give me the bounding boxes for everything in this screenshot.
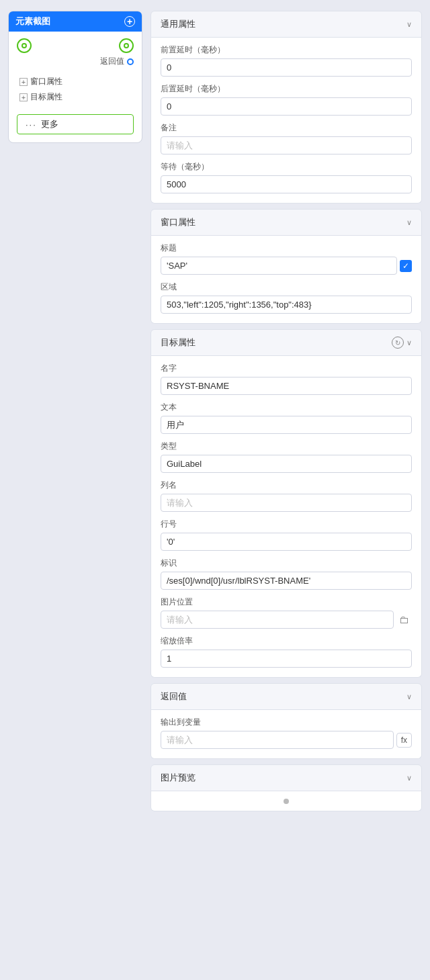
field-area-label: 区域 [161,281,412,293]
field-scale-input[interactable] [161,650,412,668]
field-name-label: 名字 [161,363,412,374]
window-section-title: 窗口属性 [161,216,196,228]
more-button-label: 更多 [41,118,58,130]
field-remark-input[interactable] [161,136,412,154]
field-remark: 备注 [161,122,412,154]
preview-content-area [150,791,422,811]
window-section-header: 窗口属性 ∨ [150,209,422,236]
field-id-label: 标识 [161,558,412,569]
field-image-path-row: 🗀 [161,611,412,629]
fx-icon[interactable]: fx [396,733,412,748]
field-output-var-label: 输出到变量 [161,717,412,728]
right-node-circle [119,38,134,53]
left-panel: 元素截图 + 返回值 + 窗口属性 + 目标属性 ··· 更多 [8,11,142,143]
more-dots-icon: ··· [26,120,37,130]
general-section: 通用属性 ∨ 前置延时（毫秒） 后置延时（毫秒） 备注 等待（毫秒） [150,11,422,204]
field-type: 类型 [161,441,412,473]
field-pre-delay-input[interactable] [161,58,412,77]
field-scale-label: 缩放倍率 [161,635,412,647]
tree-item-window[interactable]: + 窗口属性 [17,74,134,89]
field-rownum: 行号 [161,519,412,551]
return-section-body: 输出到变量 fx [150,710,422,759]
field-image-path: 图片位置 🗀 [161,596,412,629]
right-panel: 通用属性 ∨ 前置延时（毫秒） 后置延时（毫秒） 备注 等待（毫秒） [150,11,422,811]
target-section-body: 名字 文本 类型 列名 行号 [150,356,422,678]
field-rownum-input[interactable] [161,533,412,551]
field-title-input[interactable] [161,257,397,275]
field-output-var: 输出到变量 fx [161,717,412,749]
return-section-header: 返回值 ∨ [150,683,422,710]
return-dot [127,58,134,65]
left-node-inner [22,43,27,48]
field-pre-delay-label: 前置延时（毫秒） [161,44,412,56]
field-name-input[interactable] [161,377,412,395]
field-title-label: 标题 [161,242,412,254]
field-pre-delay: 前置延时（毫秒） [161,44,412,77]
preview-section: 图片预览 ∨ [150,764,422,811]
tree-item-target[interactable]: + 目标属性 [17,89,134,105]
field-type-label: 类型 [161,441,412,452]
right-node-inner [124,43,129,48]
preview-dot [284,799,289,804]
field-id-input[interactable] [161,572,412,590]
general-section-header: 通用属性 ∨ [150,11,422,38]
field-wait-input[interactable] [161,175,412,193]
return-section-title: 返回值 [161,691,187,703]
field-post-delay-label: 后置延时（毫秒） [161,83,412,95]
field-text: 文本 [161,402,412,434]
add-icon[interactable]: + [124,16,135,27]
field-post-delay: 后置延时（毫秒） [161,83,412,116]
return-section: 返回值 ∨ 输出到变量 fx [150,683,422,759]
target-section-header: 目标属性 ↻ ∨ [150,329,422,356]
window-chevron-icon[interactable]: ∨ [406,218,412,227]
general-section-title: 通用属性 [161,18,196,30]
field-remark-label: 备注 [161,122,412,134]
field-colname: 列名 [161,480,412,512]
field-rownum-label: 行号 [161,519,412,530]
field-scale: 缩放倍率 [161,635,412,668]
expand-window-icon[interactable]: + [19,78,28,86]
field-post-delay-input[interactable] [161,97,412,116]
target-section: 目标属性 ↻ ∨ 名字 文本 类型 [150,329,422,678]
return-label: 返回值 [100,56,124,67]
field-output-var-row: fx [161,731,412,749]
field-type-input[interactable] [161,455,412,473]
panel-title-text: 元素截图 [15,15,50,28]
panel-title-bar: 元素截图 + [9,11,142,32]
node-row [17,38,134,53]
field-output-var-input[interactable] [161,731,394,749]
field-image-path-input[interactable] [161,611,394,629]
refresh-icon[interactable]: ↻ [392,337,404,349]
general-chevron-icon[interactable]: ∨ [406,20,412,29]
field-name: 名字 [161,363,412,395]
tree-item-window-label: 窗口属性 [30,76,62,87]
field-area-input[interactable] [161,296,412,314]
field-colname-input[interactable] [161,494,412,512]
return-chevron-icon[interactable]: ∨ [406,693,412,701]
target-chevron-icon[interactable]: ∨ [406,339,412,347]
tree-item-target-label: 目标属性 [30,91,62,103]
expand-target-icon[interactable]: + [19,93,28,101]
general-section-body: 前置延时（毫秒） 后置延时（毫秒） 备注 等待（毫秒） [150,38,422,204]
field-title: 标题 [161,242,412,275]
target-section-icons: ↻ ∨ [392,337,412,349]
preview-chevron-icon[interactable]: ∨ [406,774,412,783]
field-text-label: 文本 [161,402,412,413]
folder-icon[interactable]: 🗀 [396,613,412,627]
preview-section-header: 图片预览 ∨ [150,764,422,791]
target-section-title: 目标属性 [161,337,196,349]
more-button[interactable]: ··· 更多 [17,114,134,134]
return-row: 返回值 [17,56,134,67]
field-text-input[interactable] [161,416,412,434]
left-node-circle [17,38,32,53]
window-section: 窗口属性 ∨ 标题 区域 [150,209,422,324]
field-wait-label: 等待（毫秒） [161,161,412,173]
field-image-path-label: 图片位置 [161,596,412,608]
field-colname-label: 列名 [161,480,412,491]
window-section-body: 标题 区域 [150,236,422,324]
title-checkbox[interactable] [400,260,412,272]
field-title-input-row [161,257,412,275]
field-area: 区域 [161,281,412,314]
preview-section-title: 图片预览 [161,772,196,784]
field-id: 标识 [161,558,412,590]
